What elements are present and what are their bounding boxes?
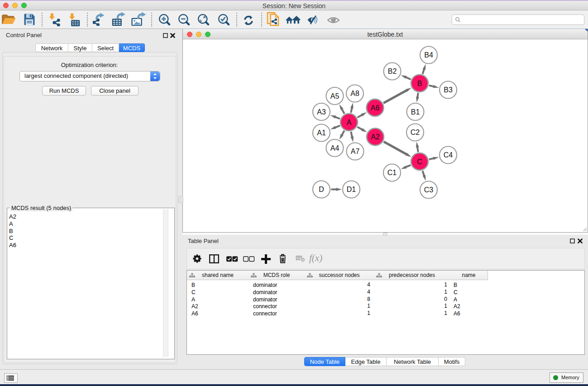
svg-text:C4: C4 xyxy=(444,151,453,159)
svg-text:B3: B3 xyxy=(444,86,453,94)
svg-text:A: A xyxy=(347,119,352,126)
svg-text:B4: B4 xyxy=(424,51,433,59)
svg-text:A8: A8 xyxy=(350,90,359,97)
svg-text:A5: A5 xyxy=(330,92,339,100)
svg-text:D1: D1 xyxy=(347,186,356,193)
svg-text:C1: C1 xyxy=(387,169,397,176)
svg-text:C: C xyxy=(417,158,422,166)
svg-text:C3: C3 xyxy=(424,186,434,194)
svg-text:B: B xyxy=(417,80,422,87)
svg-text:D: D xyxy=(319,186,324,193)
svg-text:A3: A3 xyxy=(317,108,326,116)
svg-text:B2: B2 xyxy=(388,67,397,75)
svg-text:A1: A1 xyxy=(317,129,326,137)
svg-text:C2: C2 xyxy=(411,129,420,136)
svg-text:B1: B1 xyxy=(411,108,420,116)
svg-text:A2: A2 xyxy=(371,133,380,141)
svg-text:A7: A7 xyxy=(351,148,360,155)
svg-text:A4: A4 xyxy=(330,144,339,152)
svg-text:A6: A6 xyxy=(371,104,380,112)
